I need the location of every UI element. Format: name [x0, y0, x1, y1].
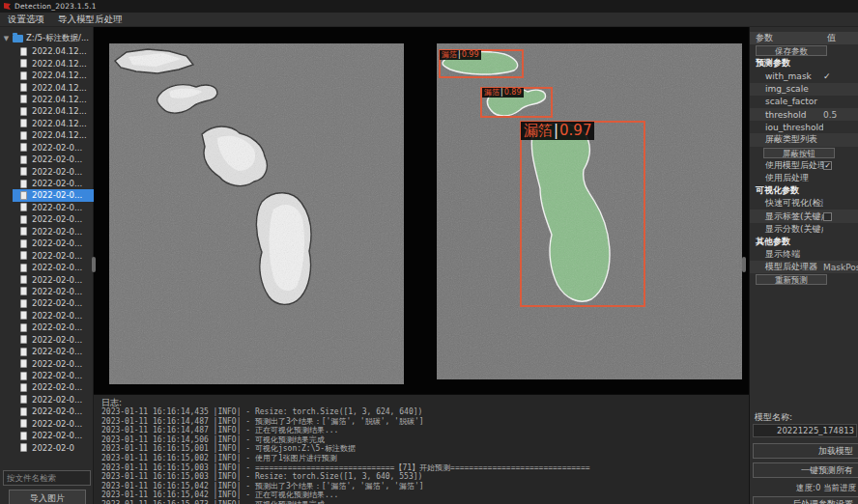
tree-item-label: 2022.04.12...	[32, 46, 87, 56]
param-button[interactable]: 重新预测	[756, 274, 827, 285]
param-row-section: 预测参数	[750, 57, 858, 70]
param-row-param[interactable]: 模型后处理器MaskPostPro	[750, 261, 858, 273]
tree-item[interactable]: 2022-02-0...	[13, 406, 94, 417]
log-panel[interactable]: 日志: 2023-01-11 16:16:14,435 |INFO| - Res…	[94, 394, 749, 504]
param-row-param[interactable]: with_mask✓	[750, 70, 858, 82]
menu-item[interactable]: 设置选项	[8, 14, 44, 26]
file-icon	[20, 407, 27, 416]
tree-item[interactable]: 2022-02-0...	[13, 310, 94, 322]
param-row-button[interactable]: 重新预测	[750, 273, 858, 286]
postprocess-settings-button[interactable]: 后处理参数设置	[753, 496, 858, 504]
tree-item[interactable]: 2022-02-0...	[13, 357, 94, 369]
tree-item[interactable]: 2022-02-0...	[13, 430, 94, 441]
param-row-param[interactable]: 显示标签(关键点)	[750, 210, 858, 222]
tree-item-label: 2022-02-0...	[32, 251, 82, 261]
tree-item[interactable]: 2022-02-0...	[13, 322, 94, 333]
tree-item[interactable]: 2022-02-0...	[13, 238, 94, 249]
tree-item[interactable]: 2022-02-0...	[13, 334, 94, 346]
chevron-down-icon[interactable]: ▼	[0, 35, 13, 42]
tree-item[interactable]: 2022.04.12...	[13, 129, 94, 141]
menu-bar: 设置选项导入模型后处理	[0, 13, 858, 27]
param-button[interactable]: 保存参数	[756, 45, 827, 56]
param-row-param[interactable]: threshold0.5	[750, 108, 858, 121]
param-value[interactable]: MaskPostPro	[823, 263, 858, 272]
tree-item-label: 2022-02-0...	[32, 263, 82, 272]
param-value[interactable]: 0.5	[823, 110, 858, 120]
tree-item[interactable]: 2022-02-0...	[13, 165, 94, 177]
tree-item[interactable]: 2022-02-0...	[13, 273, 94, 285]
tree-item-label: 2022-02-0...	[32, 382, 82, 392]
tree-item[interactable]: 2022.04.12...	[13, 94, 94, 105]
tree-item[interactable]: 2022-02-0...	[13, 418, 94, 430]
tree-item[interactable]: 2022-02-0...	[13, 394, 94, 406]
tree-item[interactable]: 2022.04.12...	[13, 81, 94, 93]
load-model-button[interactable]: 加载模型	[753, 443, 858, 459]
tree-item[interactable]: 2022.04.12...	[13, 45, 94, 57]
checkbox-checked-icon[interactable]: ✓	[823, 161, 832, 170]
param-row-param[interactable]: img_scale	[750, 83, 858, 96]
model-name-field[interactable]: 20221225_174813	[753, 424, 857, 437]
import-images-button[interactable]: 导入图片	[9, 490, 86, 504]
prediction-image-panel[interactable]: 漏箔|0.99 漏箔|0.89 漏箔|0.97	[437, 43, 742, 379]
param-value[interactable]: ✓	[823, 160, 858, 170]
checkbox-unchecked-icon[interactable]	[823, 212, 832, 221]
param-row-param[interactable]: 显示终端	[750, 248, 858, 261]
app-window: Detection_2023.1.5.1 设置选项导入模型后处理 ▼ Z:/5-…	[0, 0, 858, 504]
tree-item[interactable]: 2022.04.12...	[13, 57, 94, 69]
file-icon	[20, 59, 27, 68]
param-label: 显示分数(关键点)	[750, 223, 823, 236]
param-row-param[interactable]: 显示分数(关键点)	[750, 223, 858, 236]
menu-item[interactable]: 导入模型后处理	[58, 14, 123, 26]
tree-item[interactable]: 2022.04.12...	[13, 70, 94, 81]
filename-search-input[interactable]	[3, 470, 91, 486]
file-icon	[20, 275, 27, 284]
param-row-param[interactable]: iou_threshold	[750, 121, 858, 133]
tree-item[interactable]: 2022-02-0...	[13, 262, 94, 273]
tree-item[interactable]: 2022-02-0...	[13, 381, 94, 393]
tree-item[interactable]: 2022-02-0...	[13, 226, 94, 238]
tree-item[interactable]: 2022-02-0	[13, 441, 94, 453]
tree-item[interactable]: 2022-02-0...	[13, 370, 94, 381]
tree-item[interactable]: 2022.04.12...	[13, 105, 94, 117]
tree-item[interactable]: 2022-02-0...	[13, 154, 94, 165]
tree-item[interactable]: 2022.04.12...	[13, 118, 94, 129]
tree-item[interactable]: 2022-02-0...	[13, 142, 94, 154]
param-row-param[interactable]: scale_factor	[750, 96, 858, 108]
param-row-param[interactable]: 屏蔽类型列表	[750, 133, 858, 146]
tree-item-label: 2022-02-0...	[32, 431, 82, 440]
file-icon	[20, 167, 27, 176]
param-row-param[interactable]: 快速可视化(检测)	[750, 197, 858, 210]
param-row-param[interactable]: 使用模型后处理✓	[750, 159, 858, 172]
log-line: 2023-01-11 16:16:14,506 |INFO| - 可视化预测结果…	[101, 435, 745, 445]
param-value[interactable]	[823, 211, 858, 221]
param-label: iou_threshold	[750, 123, 823, 132]
param-button[interactable]: 屏蔽按钮	[763, 148, 835, 158]
param-label: 使用后处理	[750, 172, 823, 184]
log-line: 2023-01-11 16:16:15,002 |INFO| - 使用了1张图片…	[101, 454, 745, 463]
tree-item[interactable]: 2022-02-0...	[13, 178, 94, 189]
predict-all-button[interactable]: 一键预测所有	[753, 462, 858, 478]
tree-item-label: 2022-02-0...	[32, 395, 82, 405]
file-icon	[20, 47, 27, 56]
param-row-button[interactable]: 屏蔽按钮	[750, 147, 858, 159]
file-icon	[20, 155, 27, 164]
param-value[interactable]: ✓	[823, 71, 858, 81]
param-row-button[interactable]: 保存参数	[750, 44, 858, 57]
tree-item[interactable]: 2022-02-0...	[13, 189, 94, 201]
original-image-panel[interactable]	[109, 43, 404, 384]
app-logo-icon	[4, 3, 11, 10]
param-row-param[interactable]: 使用后处理	[750, 172, 858, 184]
tree-item[interactable]: 2022-02-0...	[13, 202, 94, 213]
tree-item-label: 2022.04.12...	[32, 106, 87, 116]
param-label: 快速可视化(检测)	[750, 197, 823, 210]
tree-item[interactable]: 2022-02-0...	[13, 213, 94, 225]
tree-item[interactable]: 2022-02-0...	[13, 346, 94, 357]
log-line: 2023-01-11 16:16:15,042 |INFO| - 预测出了3个结…	[101, 482, 745, 491]
file-icon	[20, 372, 27, 380]
tree-root[interactable]: ▼ Z:/5-标注数据/...	[0, 32, 93, 44]
tree-item[interactable]: 2022-02-0...	[13, 286, 94, 297]
left-splitter-handle[interactable]	[92, 257, 96, 272]
right-splitter-handle[interactable]	[742, 257, 746, 272]
tree-item[interactable]: 2022-02-0...	[13, 297, 94, 309]
tree-item[interactable]: 2022-02-0...	[13, 249, 94, 261]
